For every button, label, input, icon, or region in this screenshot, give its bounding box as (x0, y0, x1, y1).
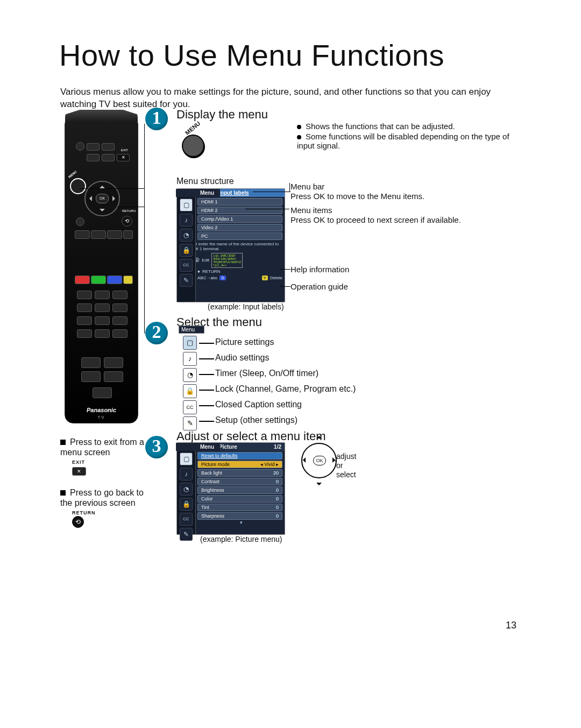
brand-sub-label: TV (65, 415, 138, 420)
timer-icon: ◔ (180, 483, 193, 496)
step2-item: Lock (Channel, Game, Program etc.) (215, 384, 356, 394)
leader-line (117, 207, 144, 207)
arrow-down-icon (100, 209, 105, 214)
step1-notes: Shows the functions that can be adjusted… (297, 122, 519, 150)
return-instruction: Press to go back to the previous screen … (60, 487, 146, 528)
menu-key-icon (182, 135, 204, 157)
guide-key-grid: 1 @. 2ABC 3DEF 4GHI 5JKL 6MNO 7PQRS 8TUV… (211, 253, 243, 268)
osd-row: Back light20 (197, 469, 282, 477)
yellow-key-icon: Y (262, 275, 268, 280)
remote-button (107, 230, 122, 239)
remote-button (95, 329, 110, 338)
remote-button (95, 303, 110, 312)
menu-button-highlight-icon (70, 178, 86, 194)
blue-key-icon: B (219, 275, 225, 280)
leader-line (280, 269, 290, 270)
callout-menu-items: Menu items (290, 206, 332, 215)
remote-button (81, 357, 101, 368)
exit-button-icon: ✕ (72, 467, 86, 476)
audio-icon: ♪ (180, 214, 193, 227)
more-indicator-icon: ▾ (197, 520, 285, 525)
blue-button-icon (107, 275, 122, 284)
osd-row: Color0 (197, 495, 282, 503)
green-button-icon (91, 275, 106, 284)
lock-icon: 🔒 (180, 244, 193, 257)
page-title: How to Use Menu Functions (59, 38, 444, 73)
manual-page: How to Use Menu Functions Various menus … (0, 0, 581, 728)
osd-page-indicator: 1/2 (274, 444, 281, 450)
osd-row: Brightness0 (197, 486, 282, 494)
exit-btn-label: EXIT (72, 460, 146, 465)
square-bullet-icon (60, 490, 66, 496)
step2-item: Audio settings (215, 353, 270, 363)
step1-example-label: (example: Input labels) (208, 302, 284, 311)
remote-button (95, 291, 110, 299)
exit-instruction: Press to exit from a menu screen EXIT ✕ (60, 437, 146, 476)
remote-button (77, 303, 92, 312)
remote-button (77, 316, 92, 325)
remote-button (75, 230, 90, 239)
osd-icon-column: ▢ ♪ ◔ 🔒 CC ✎ (177, 189, 196, 302)
remote-button (77, 291, 92, 299)
step2-item: Closed Caption setting (215, 400, 302, 409)
return-button-icon: ⟲ (72, 516, 84, 528)
cc-icon: CC (180, 259, 193, 272)
brand-label: Panasonic (65, 407, 138, 413)
leader-line (199, 374, 214, 375)
menu-key-graphic: MENU (176, 125, 209, 168)
step-badge-3: 3 (145, 436, 168, 458)
ok-button-icon: OK (313, 456, 326, 465)
step2-item: Setup (other settings) (215, 415, 297, 425)
osd2-title: Menu (179, 326, 204, 334)
remote-button (102, 154, 115, 161)
leader-line (289, 183, 290, 192)
guide-abc-label: ABC→abc (197, 275, 217, 280)
step2-item: Picture settings (215, 337, 274, 347)
return-label: RETURN (122, 209, 136, 213)
picture-icon: ▢ (183, 336, 197, 350)
power-button-icon (76, 142, 84, 151)
osd-row: Sharpness0 (197, 512, 282, 520)
osd-item: PC (197, 232, 282, 240)
arrow-left-icon (300, 457, 306, 463)
callout-menu-bar: Menu bar (290, 182, 324, 191)
step2-item: Timer (Sleep, On/Off timer) (215, 369, 318, 378)
remote-button (104, 371, 123, 382)
callout-help: Help information (290, 265, 349, 274)
osd-picture-menu: ▢ ♪ ◔ 🔒 CC ✎ Menu Picture 1/2 Reset to d… (176, 442, 285, 535)
leader-line (199, 405, 214, 406)
arrow-down-icon (316, 483, 322, 488)
osd-item: HDMI 2 (197, 207, 282, 214)
remote-button (123, 230, 133, 239)
step3-example-label: (example: Picture menu) (200, 535, 282, 543)
leader-line (245, 209, 289, 209)
step-badge-2: 2 (145, 322, 168, 344)
remote-button (81, 371, 101, 382)
remote-button (112, 291, 127, 299)
timer-icon: ◔ (183, 368, 197, 382)
ok-hint-label: adjust or select (336, 452, 356, 479)
osd-bar-title: Picture (219, 444, 237, 450)
osd-item: Video 2 (197, 224, 282, 231)
arrow-right-icon (112, 196, 118, 201)
return-btn-label: RETURN (72, 510, 146, 516)
audio-icon: ♪ (180, 468, 193, 480)
note-item: Shows the functions that can be adjusted… (297, 122, 519, 131)
leader-line (280, 286, 290, 287)
remote-button (104, 357, 123, 368)
yellow-button-icon (123, 275, 133, 284)
cc-icon: CC (183, 400, 197, 414)
menu-button-label: MENU (68, 170, 77, 179)
step3-heading: Adjust or select a menu item (176, 429, 326, 443)
red-button-icon (75, 275, 90, 284)
remote-button (93, 387, 112, 398)
step-badge-1: 1 (145, 108, 168, 130)
leader-line (144, 124, 145, 334)
remote-button (91, 230, 106, 239)
remote-round-button (76, 217, 84, 226)
remote-button (112, 329, 127, 338)
osd-input-labels: ▢ ♪ ◔ 🔒 CC ✎ Menu Input labels HDMI 1 HD… (176, 188, 285, 302)
leader-line (199, 390, 214, 391)
setup-icon: ✎ (180, 528, 193, 541)
remote-button (87, 154, 100, 161)
